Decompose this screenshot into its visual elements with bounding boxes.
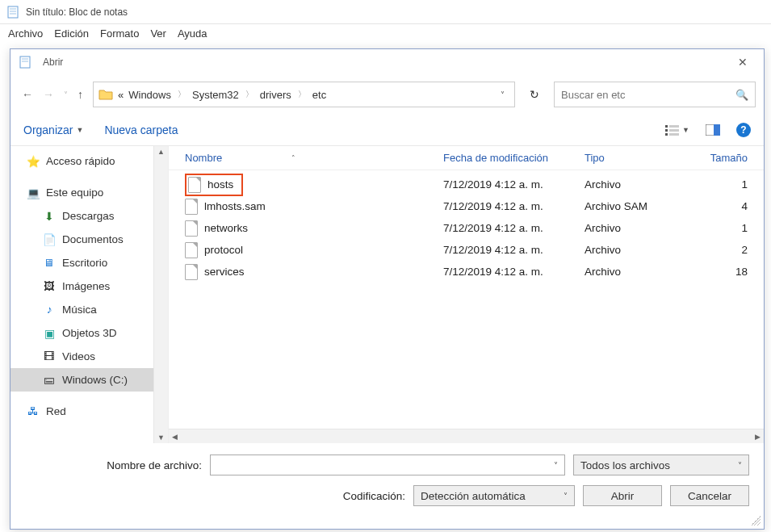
svg-rect-14 — [714, 124, 720, 136]
sidebar-item-label: Red — [46, 405, 66, 417]
breadcrumb-item[interactable]: System32 — [192, 89, 239, 101]
sidebar-item-this-pc[interactable]: 💻 Este equipo — [10, 181, 153, 204]
search-input[interactable] — [561, 89, 729, 101]
file-date: 7/12/2019 4:12 a. m. — [443, 266, 585, 278]
chevron-down-icon[interactable]: ˅ — [547, 461, 564, 470]
file-rows: hosts7/12/2019 4:12 a. m.Archivo1lmhosts… — [169, 170, 764, 283]
filename-input[interactable] — [211, 459, 547, 471]
table-row[interactable]: protocol7/12/2019 4:12 a. m.Archivo2 — [169, 239, 764, 261]
table-row[interactable]: lmhosts.sam7/12/2019 4:12 a. m.Archivo S… — [169, 195, 764, 217]
menu-file[interactable]: Archivo — [8, 27, 43, 40]
search-box[interactable]: 🔍 — [554, 82, 756, 107]
nav-buttons: ← → ˅ ↑ — [19, 88, 86, 101]
forward-button[interactable]: → — [43, 88, 54, 101]
back-button[interactable]: ← — [22, 88, 33, 101]
search-icon[interactable]: 🔍 — [735, 89, 748, 101]
folder-icon — [98, 87, 113, 102]
scroll-right-icon[interactable]: ▶ — [755, 433, 761, 441]
dialog-icon — [19, 56, 31, 69]
chevron-down-icon: ˅ — [738, 461, 742, 470]
sidebar-item-downloads[interactable]: ⬇ Descargas — [10, 204, 153, 228]
preview-pane-button[interactable] — [706, 124, 720, 136]
chevron-right-icon[interactable]: 〉 — [245, 89, 254, 100]
menu-format[interactable]: Formato — [100, 27, 139, 40]
file-type: Archivo — [585, 244, 689, 256]
recent-locations-button[interactable]: ˅ — [64, 90, 68, 99]
sidebar-item-drive-c[interactable]: 🖴 Windows (C:) — [10, 368, 153, 392]
file-type-filter[interactable]: Todos los archivos ˅ — [573, 455, 749, 475]
dialog-titlebar: Abrir ✕ — [10, 49, 764, 75]
sidebar-item-network[interactable]: 🖧 Red — [10, 400, 153, 423]
sidebar-item-videos[interactable]: 🎞 Videos — [10, 345, 153, 368]
open-button[interactable]: Abrir — [583, 485, 662, 506]
sidebar-item-label: Escritorio — [62, 257, 107, 269]
file-size: 2 — [689, 244, 764, 256]
organize-button[interactable]: Organizar ▼ — [23, 124, 83, 136]
column-header-name[interactable]: Nombre ˄ — [185, 152, 443, 164]
downloads-icon: ⬇ — [43, 210, 56, 223]
open-file-dialog: Abrir ✕ ← → ˅ ↑ « Windows〉 System32〉 dri… — [10, 48, 765, 530]
file-name: hosts — [207, 178, 233, 191]
view-options-button[interactable]: ▼ — [665, 124, 689, 136]
sidebar-item-quick-access[interactable]: ⭐ Acceso rápido — [10, 149, 153, 173]
new-folder-button[interactable]: Nueva carpeta — [104, 124, 178, 136]
breadcrumb-item[interactable]: Windows — [128, 89, 171, 101]
sidebar-item-music[interactable]: ♪ Música — [10, 298, 153, 321]
breadcrumb[interactable]: « Windows〉 System32〉 drivers〉 etc ˅ — [93, 82, 515, 107]
sidebar-item-label: Windows (C:) — [62, 374, 128, 386]
file-date: 7/12/2019 4:12 a. m. — [443, 222, 585, 234]
file-name: networks — [204, 222, 248, 234]
table-row[interactable]: networks7/12/2019 4:12 a. m.Archivo1 — [169, 217, 764, 239]
menu-help[interactable]: Ayuda — [178, 27, 207, 40]
sidebar-item-desktop[interactable]: 🖥 Escritorio — [10, 251, 153, 274]
dialog-title: Abrir — [43, 57, 730, 68]
notepad-titlebar: Sin título: Bloc de notas — [0, 0, 771, 24]
svg-rect-8 — [665, 129, 668, 132]
sidebar-scrollbar[interactable]: ▲ ▼ — [153, 146, 168, 443]
breadcrumb-item[interactable]: etc — [312, 89, 326, 101]
breadcrumb-dropdown-icon[interactable]: ˅ — [496, 90, 509, 99]
file-icon — [185, 242, 198, 258]
file-name: protocol — [204, 244, 243, 256]
chevron-right-icon[interactable]: 〉 — [298, 89, 306, 100]
scroll-down-icon[interactable]: ▼ — [157, 434, 165, 442]
resize-grip[interactable] — [751, 516, 761, 526]
encoding-combo[interactable]: Detección automática ˅ — [413, 485, 575, 506]
column-header-type[interactable]: Tipo — [585, 152, 689, 164]
sidebar-item-3d-objects[interactable]: ▣ Objetos 3D — [10, 321, 153, 345]
sidebar-item-documents[interactable]: 📄 Documentos — [10, 228, 153, 251]
file-date: 7/12/2019 4:12 a. m. — [443, 178, 585, 191]
videos-icon: 🎞 — [43, 350, 56, 363]
file-name: lmhosts.sam — [204, 200, 266, 212]
network-icon: 🖧 — [27, 405, 40, 418]
chevron-down-icon: ▼ — [76, 126, 83, 134]
file-name: services — [204, 266, 245, 278]
chevron-right-icon[interactable]: 〉 — [178, 89, 186, 100]
menu-view[interactable]: Ver — [150, 27, 166, 40]
refresh-button[interactable]: ↻ — [522, 88, 547, 101]
menu-edit[interactable]: Edición — [54, 27, 89, 40]
filelist-hscrollbar[interactable]: ◀ ▶ — [169, 429, 764, 443]
svg-rect-9 — [665, 133, 668, 136]
column-header-date[interactable]: Fecha de modificación — [443, 152, 585, 164]
close-icon[interactable]: ✕ — [730, 52, 756, 72]
scroll-left-icon[interactable]: ◀ — [172, 433, 178, 441]
sidebar-item-label: Música — [62, 304, 97, 316]
filename-combo[interactable]: ˅ — [210, 455, 565, 475]
sidebar-item-pictures[interactable]: 🖼 Imágenes — [10, 274, 153, 298]
svg-rect-0 — [8, 6, 18, 18]
notepad-window-title: Sin título: Bloc de notas — [26, 6, 128, 18]
cancel-button[interactable]: Cancelar — [670, 485, 749, 506]
notepad-menubar: Archivo Edición Formato Ver Ayuda — [0, 24, 771, 46]
up-button[interactable]: ↑ — [78, 88, 83, 101]
new-folder-label: Nueva carpeta — [104, 124, 178, 136]
help-button[interactable]: ? — [736, 123, 751, 137]
breadcrumb-item[interactable]: drivers — [260, 89, 291, 101]
sidebar-item-label: Este equipo — [46, 186, 103, 199]
table-row[interactable]: hosts7/12/2019 4:12 a. m.Archivo1 — [169, 174, 764, 195]
svg-rect-4 — [20, 57, 30, 68]
column-header-size[interactable]: Tamaño — [689, 152, 764, 164]
scroll-up-icon[interactable]: ▲ — [157, 148, 165, 156]
table-row[interactable]: services7/12/2019 4:12 a. m.Archivo18 — [169, 261, 764, 283]
star-icon: ⭐ — [27, 155, 40, 168]
